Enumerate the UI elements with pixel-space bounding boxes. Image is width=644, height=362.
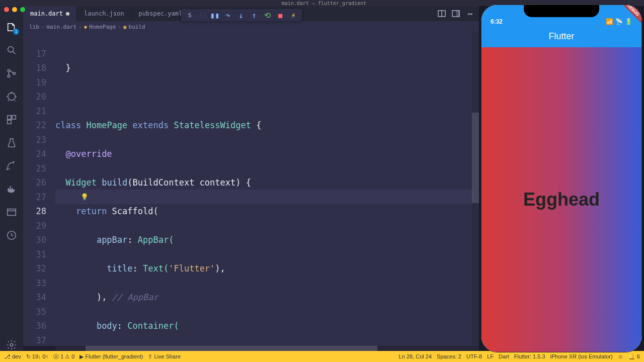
svg-point-3 xyxy=(13,72,16,75)
live-share-icon[interactable] xyxy=(6,160,18,172)
flutter-appbar: Flutter xyxy=(481,25,641,47)
explorer-icon[interactable]: 1 xyxy=(6,21,18,33)
live-share-status[interactable]: ⇪ Live Share xyxy=(148,353,181,360)
debug-icon[interactable] xyxy=(6,90,18,103)
feedback-icon[interactable]: ☺ xyxy=(618,353,623,359)
tab-label: main.dart xyxy=(30,10,63,17)
stop-icon[interactable]: ◼ xyxy=(276,11,285,20)
flutter-project[interactable]: ▶ Flutter (flutter_gradient) xyxy=(79,353,143,360)
status-bar: ⎇ dev ↻ 19↓ 0↑ ⓧ 1 ⚠ 0 ▶ Flutter (flutte… xyxy=(0,351,644,362)
svg-rect-11 xyxy=(10,187,11,188)
tab-label: pubspec.yaml xyxy=(139,10,183,17)
wifi-icon: 📡 xyxy=(615,18,623,25)
simulator-panel: iPhone XR — 12.2 DEBUG 6:32 📶 📡 🔋 Flutte… xyxy=(479,6,644,351)
class-icon: ◆ xyxy=(84,24,88,30)
svg-rect-8 xyxy=(8,188,10,190)
svg-rect-10 xyxy=(12,188,13,190)
more-icon[interactable]: ⋯ xyxy=(466,10,474,18)
crumb-file[interactable]: main.dart xyxy=(47,24,77,30)
timeline-icon[interactable] xyxy=(6,229,18,241)
docker-icon[interactable] xyxy=(6,183,18,195)
indentation[interactable]: Spaces: 2 xyxy=(437,353,461,359)
pause-icon[interactable]: ▮▮ xyxy=(210,11,219,20)
notifications[interactable]: 🔔 6 xyxy=(628,353,640,360)
debug-config-label: S xyxy=(185,11,194,20)
method-icon: ◉ xyxy=(123,24,127,30)
crumb-class[interactable]: HomePage xyxy=(89,24,116,30)
search-icon[interactable] xyxy=(6,44,18,56)
line-gutter: 17 18 19 20 21 22 23 24 25 26 27 28 29 3… xyxy=(23,32,55,346)
svg-rect-9 xyxy=(10,188,11,190)
step-out-icon[interactable]: ↑ xyxy=(250,11,259,20)
step-into-icon[interactable]: ↓ xyxy=(236,11,246,20)
settings-gear-icon[interactable] xyxy=(6,339,18,351)
breadcrumbs[interactable]: lib › main.dart › ◆ HomePage › ◉ build xyxy=(23,21,479,32)
status-right-icons: 📶 📡 🔋 xyxy=(606,18,632,25)
tab-label: launch.json xyxy=(84,10,124,17)
source-control-icon[interactable] xyxy=(6,67,18,79)
code-editor[interactable]: 💡 17 18 19 20 21 22 23 24 25 26 27 28 29 xyxy=(23,32,479,346)
tab-main-dart[interactable]: main.dart xyxy=(23,6,77,21)
chevron-right-icon: › xyxy=(78,24,82,30)
crumb-folder[interactable]: lib xyxy=(29,24,39,30)
crumb-method[interactable]: build xyxy=(129,24,145,30)
tab-launch-json[interactable]: launch.json xyxy=(77,6,131,21)
horizontal-scrollbar[interactable] xyxy=(55,346,479,351)
svg-rect-7 xyxy=(8,120,11,124)
battery-icon: 🔋 xyxy=(625,18,632,25)
close-window-button[interactable] xyxy=(4,7,9,12)
encoding[interactable]: UTF-8 xyxy=(466,353,482,359)
test-icon[interactable] xyxy=(6,137,18,149)
svg-rect-17 xyxy=(456,11,459,17)
eol[interactable]: LF xyxy=(487,353,494,359)
step-over-icon[interactable]: ↷ xyxy=(223,11,232,20)
body-text: Egghead xyxy=(523,189,600,210)
chevron-right-icon: › xyxy=(118,24,121,30)
dirty-indicator-icon xyxy=(66,12,69,16)
git-branch[interactable]: ⎇ dev xyxy=(4,353,21,360)
traffic-lights xyxy=(4,7,25,12)
minimize-window-button[interactable] xyxy=(12,7,17,12)
svg-rect-6 xyxy=(12,116,16,119)
iphone-simulator[interactable]: DEBUG 6:32 📶 📡 🔋 Flutter Egghead xyxy=(481,5,642,352)
activity-bar: 1 xyxy=(0,6,23,351)
debug-toolbar[interactable]: S ⋮⋮ ▮▮ ↷ ↓ ↑ ⟲ ◼ ⚡ xyxy=(181,9,302,21)
layout-icon[interactable] xyxy=(452,10,460,18)
svg-point-0 xyxy=(8,47,14,52)
scrollbar-thumb[interactable] xyxy=(86,346,377,351)
project-icon[interactable] xyxy=(6,206,18,218)
restart-icon[interactable]: ⟲ xyxy=(263,11,272,20)
minimap-thumb[interactable] xyxy=(472,113,479,203)
current-line-highlight xyxy=(55,190,473,204)
editor-toolbar: ⋯ xyxy=(438,6,479,21)
explorer-badge: 1 xyxy=(13,29,19,35)
phone-notch xyxy=(524,5,599,17)
svg-rect-12 xyxy=(8,209,16,216)
device-selector[interactable]: iPhone XR (ios Emulator) xyxy=(550,353,613,359)
problems[interactable]: ⓧ 1 ⚠ 0 xyxy=(53,353,74,360)
language-mode[interactable]: Dart xyxy=(499,353,509,359)
drag-handle-icon[interactable]: ⋮⋮ xyxy=(198,13,206,18)
svg-point-1 xyxy=(8,69,10,72)
flutter-body: Egghead xyxy=(481,47,641,352)
hot-reload-icon[interactable]: ⚡ xyxy=(289,11,298,20)
status-time: 6:32 xyxy=(491,18,503,25)
code-content[interactable]: } class HomePage extends StatelessWidget… xyxy=(55,32,479,346)
extensions-icon[interactable] xyxy=(6,114,18,126)
git-sync[interactable]: ↻ 19↓ 0↑ xyxy=(26,353,48,360)
svg-rect-5 xyxy=(8,116,11,119)
minimap[interactable] xyxy=(472,32,479,346)
flutter-version[interactable]: Flutter: 1.5.3 xyxy=(514,353,545,359)
maximize-window-button[interactable] xyxy=(20,7,25,12)
svg-point-4 xyxy=(8,93,16,101)
chevron-right-icon: › xyxy=(41,24,45,30)
cursor-position[interactable]: Ln 28, Col 24 xyxy=(399,353,432,359)
split-editor-icon[interactable] xyxy=(438,10,446,18)
signal-icon: 📶 xyxy=(606,18,613,25)
svg-point-2 xyxy=(8,75,10,77)
svg-point-14 xyxy=(10,343,13,346)
appbar-title: Flutter xyxy=(548,31,574,42)
